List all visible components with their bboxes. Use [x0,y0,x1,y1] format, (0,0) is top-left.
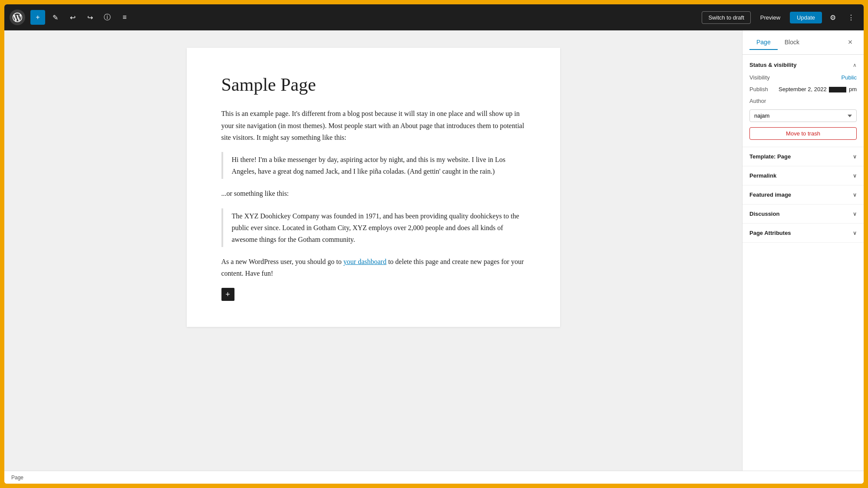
update-button[interactable]: Update [790,12,822,23]
add-block-inline-button[interactable]: + [221,288,234,301]
status-visibility-header[interactable]: Status & visibility ∧ [749,62,857,68]
page-attributes-chevron-icon: ∨ [853,230,857,236]
info-icon: ⓘ [104,13,111,22]
permalink-chevron-icon: ∨ [853,173,857,179]
redo-icon: ↪ [87,13,93,22]
template-title: Template: Page [749,153,791,160]
sidebar-tabs: Page Block [749,35,844,49]
author-select[interactable]: najam [749,109,857,122]
pencil-icon: ✎ [53,13,58,22]
publish-label: Publish [749,86,768,92]
discussion-title: Discussion [749,211,779,217]
ellipsis-icon: ⋮ [848,13,855,22]
settings-button[interactable]: ⚙ [825,10,840,25]
sidebar: Page Block × Status & visibility ∧ Visib… [742,30,864,471]
template-chevron-icon: ∨ [853,154,857,160]
publish-row: Publish September 2, 2022 pm [749,86,857,92]
template-section: Template: Page ∨ [743,147,864,166]
app-frame: + ✎ ↩ ↪ ⓘ ≡ Switch to draft Preview Upda… [4,4,864,484]
page-attributes-section: Page Attributes ∨ [743,224,864,243]
featured-image-title: Featured image [749,191,791,198]
author-label: Author [749,98,766,104]
sidebar-close-button[interactable]: × [844,36,857,49]
template-section-header[interactable]: Template: Page ∨ [743,147,864,166]
redo-button[interactable]: ↪ [83,10,97,25]
toolbar: + ✎ ↩ ↪ ⓘ ≡ Switch to draft Preview Upda… [4,4,864,30]
editor-area[interactable]: Sample Page This is an example page. It'… [4,30,742,471]
blockquote-1: Hi there! I'm a bike messenger by day, a… [221,152,525,179]
editor-content: Sample Page This is an example page. It'… [187,48,560,327]
publish-date-value[interactable]: September 2, 2022 pm [779,86,857,92]
visibility-value[interactable]: Public [842,74,857,81]
publish-time-redacted [829,87,846,92]
tab-page[interactable]: Page [749,35,778,50]
add-block-button[interactable]: + [30,10,45,25]
blockquote-2: The XYZ Doohickey Company was founded in… [221,208,525,247]
move-to-trash-button[interactable]: Move to trash [749,127,857,140]
featured-image-chevron-icon: ∨ [853,192,857,198]
edit-mode-button[interactable]: ✎ [48,10,63,25]
paragraph-3: As a new WordPress user, you should go t… [221,256,525,279]
tab-block[interactable]: Block [778,35,806,50]
status-visibility-title: Status & visibility [749,62,796,68]
visibility-label: Visibility [749,74,770,81]
status-label: Page [11,475,23,481]
plus-icon: + [225,290,230,299]
permalink-section: Permalink ∨ [743,166,864,185]
permalink-title: Permalink [749,172,776,179]
author-row: Author [749,98,857,104]
undo-button[interactable]: ↩ [65,10,80,25]
switch-to-draft-button[interactable]: Switch to draft [702,11,750,24]
toolbar-right: Switch to draft Preview Update ⚙ ⋮ [702,10,858,25]
featured-image-section: Featured image ∨ [743,185,864,204]
discussion-section-header[interactable]: Discussion ∨ [743,204,864,223]
page-body: This is an example page. It's different … [221,108,525,279]
gear-icon: ⚙ [830,13,836,22]
page-title[interactable]: Sample Page [221,74,525,96]
sidebar-header: Page Block × [743,30,864,55]
paragraph-2: ...or something like this: [221,188,525,199]
discussion-chevron-icon: ∨ [853,211,857,217]
permalink-section-header[interactable]: Permalink ∨ [743,166,864,185]
more-options-button[interactable]: ⋮ [844,10,858,25]
info-button[interactable]: ⓘ [100,10,115,25]
list-view-button[interactable]: ≡ [117,10,132,25]
status-bar: Page [4,471,864,484]
status-visibility-section: Status & visibility ∧ Visibility Public … [743,55,864,147]
add-icon: + [36,13,40,21]
undo-icon: ↩ [70,13,76,22]
chevron-up-icon: ∧ [853,62,857,68]
dashboard-link[interactable]: your dashboard [343,258,386,265]
featured-image-section-header[interactable]: Featured image ∨ [743,185,864,204]
page-attributes-title: Page Attributes [749,230,791,236]
list-icon: ≡ [122,13,126,21]
wordpress-logo[interactable] [10,10,25,25]
discussion-section: Discussion ∨ [743,204,864,224]
visibility-row: Visibility Public [749,74,857,81]
preview-button[interactable]: Preview [754,12,786,23]
main-area: Sample Page This is an example page. It'… [4,30,864,471]
paragraph-1: This is an example page. It's different … [221,108,525,143]
page-attributes-section-header[interactable]: Page Attributes ∨ [743,224,864,242]
